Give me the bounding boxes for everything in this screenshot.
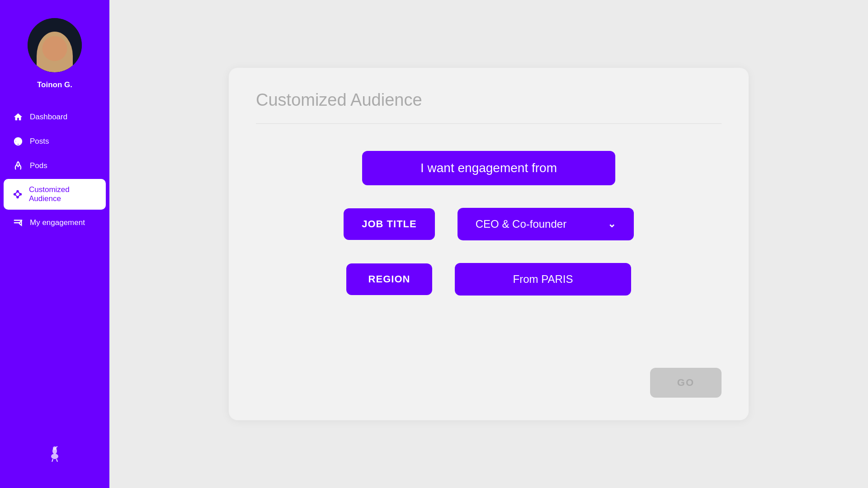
svg-line-5 [15,192,18,194]
ostrich-icon [46,449,64,465]
page-title: Customized Audience [256,90,722,110]
customized-audience-icon [13,189,23,199]
job-title-label-button[interactable]: JOB TITLE [344,208,434,240]
sidebar-bottom [46,444,64,474]
sidebar-item-my-engagement[interactable]: My engagement [0,211,109,234]
svg-line-6 [18,192,20,194]
sidebar-nav: Dashboard Posts Pods [0,106,109,234]
posts-icon [13,136,24,146]
engagement-from-button[interactable]: I want engagement from [362,151,615,185]
engagement-icon [13,218,24,228]
svg-line-8 [18,194,20,197]
region-row: REGION From PARIS [256,263,722,296]
main-content: Customized Audience I want engagement fr… [109,0,868,488]
svg-point-11 [51,454,58,459]
home-icon [13,112,24,122]
chevron-down-icon: ⌄ [608,218,616,230]
sidebar-item-customized-audience[interactable]: Customized Audience [4,179,106,210]
sidebar-item-dashboard[interactable]: Dashboard [0,106,109,128]
svg-line-15 [57,459,57,462]
pods-icon [13,161,24,171]
engagement-section: I want engagement from JOB TITLE CEO & C… [256,151,722,296]
region-label-button[interactable]: REGION [346,263,432,295]
divider [256,123,722,124]
username: Toinon G. [37,80,72,89]
sidebar-item-pods[interactable]: Pods [0,155,109,177]
sidebar-item-posts[interactable]: Posts [0,130,109,153]
content-card: Customized Audience I want engagement fr… [229,68,749,420]
go-button[interactable]: GO [650,368,722,398]
svg-line-14 [52,459,53,462]
avatar [28,18,82,72]
region-value-button[interactable]: From PARIS [455,263,631,296]
job-title-row: JOB TITLE CEO & Co-founder ⌄ [256,208,722,240]
svg-line-7 [15,194,18,197]
job-title-value-button[interactable]: CEO & Co-founder ⌄ [458,208,634,240]
sidebar: Toinon G. Dashboard Posts [0,0,109,488]
